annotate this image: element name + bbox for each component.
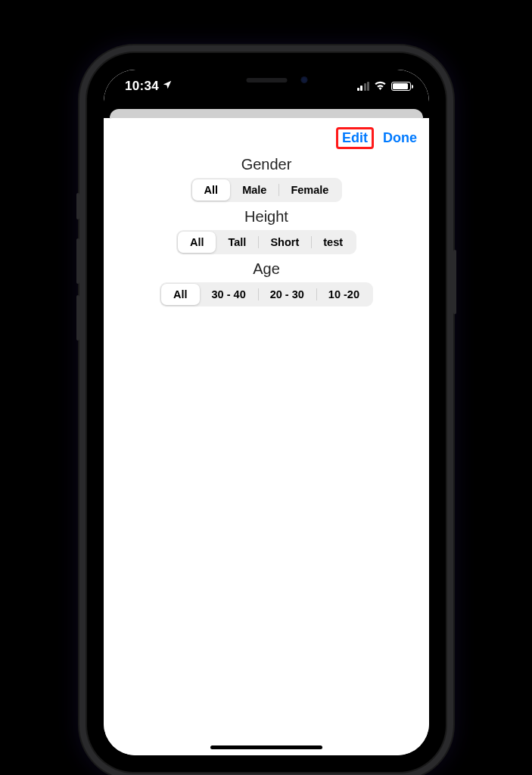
segment-option[interactable]: test xyxy=(311,232,355,253)
edit-button[interactable]: Edit xyxy=(336,127,374,149)
segmented-control[interactable]: AllTallShorttest xyxy=(176,230,356,254)
segment-option[interactable]: All xyxy=(161,284,200,305)
filter-group: HeightAllTallShorttest xyxy=(104,208,429,254)
battery-fill xyxy=(393,83,408,89)
mute-switch xyxy=(76,193,79,219)
home-indicator[interactable] xyxy=(210,745,322,749)
segment-option[interactable]: 20 - 30 xyxy=(258,284,316,305)
filter-sheet: Edit Done GenderAllMaleFemaleHeightAllTa… xyxy=(104,118,429,755)
sheet-nav: Edit Done xyxy=(104,124,429,154)
front-camera xyxy=(301,76,308,83)
segment-option[interactable]: 30 - 40 xyxy=(200,284,258,305)
volume-up-button xyxy=(76,238,79,284)
segmented-control[interactable]: All30 - 4020 - 3010 -20 xyxy=(160,282,373,307)
done-button[interactable]: Done xyxy=(381,129,418,147)
segmented-control[interactable]: AllMaleFemale xyxy=(191,178,343,202)
filter-group: GenderAllMaleFemale xyxy=(104,156,429,202)
segment-option[interactable]: Female xyxy=(278,179,341,201)
segment-option[interactable]: Short xyxy=(258,232,311,253)
cellular-signal-icon xyxy=(357,82,370,91)
wifi-icon xyxy=(374,79,387,93)
phone-frame: 10:34 xyxy=(87,53,446,772)
filter-group-title: Age xyxy=(104,260,429,278)
notch xyxy=(182,70,352,95)
side-button xyxy=(453,250,456,314)
battery-icon xyxy=(391,82,411,91)
filter-group-title: Gender xyxy=(104,156,429,173)
location-arrow-icon xyxy=(162,79,173,94)
volume-down-button xyxy=(76,295,79,341)
segment-option[interactable]: All xyxy=(178,232,216,253)
segment-option[interactable]: Tall xyxy=(216,232,258,253)
status-time: 10:34 xyxy=(125,79,159,94)
segment-option[interactable]: Male xyxy=(230,179,278,201)
segment-option[interactable]: All xyxy=(192,179,231,201)
screen: 10:34 xyxy=(104,70,429,755)
filter-group-title: Height xyxy=(104,208,429,226)
segment-option[interactable]: 10 -20 xyxy=(316,284,372,305)
speaker-grille xyxy=(246,78,287,82)
filter-group: AgeAll30 - 4020 - 3010 -20 xyxy=(104,260,429,307)
